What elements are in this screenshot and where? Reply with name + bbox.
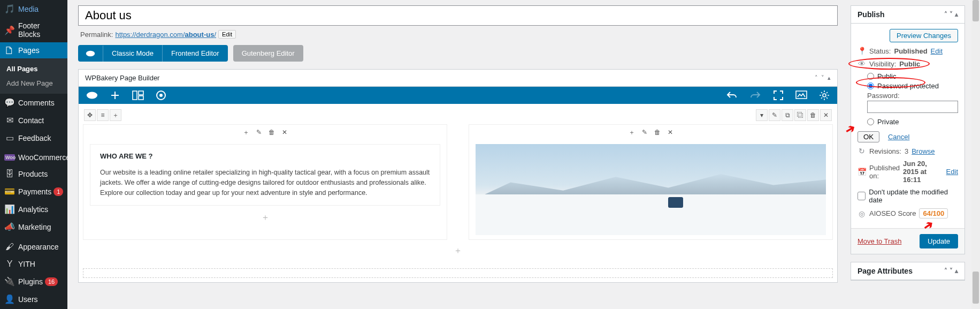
wpbakery-panel: WPBakery Page Builder ˄ ˅ ▴ <box>78 69 838 283</box>
admin-sidebar: 🎵 Media 📌 Footer Blocks Pages All Pages … <box>0 0 67 309</box>
row-add-center-button[interactable]: ＋ <box>83 243 833 259</box>
move-to-trash-link[interactable]: Move to Trash <box>858 237 901 245</box>
row-copy-icon[interactable]: ⧉ <box>782 109 793 121</box>
settings-icon[interactable] <box>819 90 830 101</box>
pin-icon: 📍 <box>858 47 866 55</box>
sidebar-sub-add-new[interactable]: Add New Page <box>0 76 67 91</box>
sidebar-item-label: Marketing <box>18 223 51 231</box>
el-add-icon[interactable]: ＋ <box>626 127 637 138</box>
page-attributes-metabox: Page Attributes ˄ ˅ ▴ <box>851 262 965 281</box>
aioseo-label: AIOSEO Score <box>869 209 916 217</box>
sidebar-item-feedback[interactable]: ▭ Feedback <box>0 129 67 147</box>
payments-icon: 💳 <box>4 186 15 197</box>
panel-toggle-icon[interactable]: ▴ <box>955 267 958 275</box>
revisions-icon: ↻ <box>858 147 866 155</box>
status-edit-link[interactable]: Edit <box>931 47 943 55</box>
visibility-password-radio[interactable] <box>867 82 874 89</box>
published-on-label: Published on: <box>869 164 900 180</box>
preview-icon[interactable] <box>795 91 807 100</box>
add-element-icon[interactable] <box>110 90 120 101</box>
preview-changes-button[interactable]: Preview Changes <box>890 29 958 42</box>
row-trash-icon[interactable]: 🗑 <box>807 109 819 121</box>
panel-toggle-icon[interactable]: ▴ <box>955 11 958 18</box>
sidebar-item-appearance[interactable]: 🖌 Appearance <box>0 238 67 255</box>
row-move-icon[interactable]: ✥ <box>84 109 96 121</box>
el-close-icon[interactable]: ✕ <box>665 127 676 138</box>
el-edit-icon[interactable]: ✎ <box>254 127 264 138</box>
scrollbar[interactable] <box>971 0 980 309</box>
editor-mode-row: Classic Mode Frontend Editor Gutenberg E… <box>78 45 838 62</box>
row-clone-icon[interactable]: ⿻ <box>794 109 806 121</box>
visibility-ok-button[interactable]: OK <box>858 131 879 142</box>
undo-icon[interactable] <box>726 90 738 101</box>
column-add-button[interactable]: ＋ <box>83 209 447 227</box>
sidebar-item-users[interactable]: 👤 Users <box>0 290 67 308</box>
panel-up-icon[interactable]: ˄ <box>815 74 818 81</box>
sidebar-item-contact[interactable]: ✉ Contact <box>0 111 67 129</box>
visibility-private-radio[interactable] <box>867 118 874 125</box>
dont-update-checkbox[interactable] <box>858 192 866 200</box>
sidebar-item-products[interactable]: 🗄 Products <box>0 165 67 183</box>
fullscreen-icon[interactable] <box>773 90 784 101</box>
panel-down-icon[interactable]: ˅ <box>950 11 953 18</box>
visibility-private-label: Private <box>877 118 899 126</box>
envelope-icon: ✉ <box>4 115 15 125</box>
visibility-public-radio[interactable] <box>867 73 874 80</box>
redo-icon[interactable] <box>749 90 761 101</box>
gutenberg-button[interactable]: Gutenberg Editor <box>233 45 303 62</box>
panel-down-icon[interactable]: ˅ <box>821 74 824 81</box>
sidebar-item-plugins[interactable]: 🔌 Plugins 16 <box>0 273 67 290</box>
page-title-input[interactable] <box>78 5 838 26</box>
empty-row-placeholder[interactable] <box>83 268 833 278</box>
permalink-edit-button[interactable]: Edit <box>218 30 236 39</box>
sidebar-item-payments[interactable]: 💳 Payments 1 <box>0 183 67 200</box>
right-sidebar: Publish ˄ ˅ ▴ Preview Changes 📍 Status: … <box>848 0 971 309</box>
permalink-link[interactable]: https://derdragon.com/about-us/ <box>115 31 216 39</box>
row-toggle-icon[interactable]: ▾ <box>756 109 768 121</box>
sidebar-item-media[interactable]: 🎵 Media <box>0 0 67 18</box>
feedback-icon: ▭ <box>4 133 15 143</box>
sidebar-item-yith[interactable]: Y YITH <box>0 255 67 273</box>
el-trash-icon[interactable]: 🗑 <box>652 127 663 138</box>
classic-mode-button[interactable]: Classic Mode Frontend Editor <box>78 45 228 62</box>
row-edit-icon[interactable]: ✎ <box>769 109 780 121</box>
panel-toggle-icon[interactable]: ▴ <box>828 74 831 81</box>
megaphone-icon: 📣 <box>4 222 15 232</box>
sidebar-item-comments[interactable]: 💬 Comments <box>0 94 67 111</box>
gear-icon[interactable] <box>156 90 166 101</box>
row-close-icon[interactable]: ✕ <box>820 109 832 121</box>
panel-up-icon[interactable]: ˄ <box>944 11 947 18</box>
plug-icon: 🔌 <box>4 276 15 287</box>
el-edit-icon[interactable]: ✎ <box>639 127 650 138</box>
wpbakery-logo-icon[interactable] <box>86 91 98 100</box>
pin-icon: 📌 <box>4 25 15 35</box>
image-block[interactable] <box>476 144 826 235</box>
el-trash-icon[interactable]: 🗑 <box>266 127 277 138</box>
templates-icon[interactable] <box>132 91 144 100</box>
published-on-edit-link[interactable]: Edit <box>946 168 958 176</box>
pages-icon <box>4 46 15 55</box>
wpbakery-panel-header: WPBakery Page Builder ˄ ˅ ▴ <box>79 70 837 87</box>
password-input[interactable] <box>867 101 958 113</box>
sidebar-item-analytics[interactable]: 📊 Analytics <box>0 200 67 218</box>
update-button[interactable]: Update <box>920 234 958 248</box>
woo-icon: Woo <box>4 154 15 161</box>
panel-up-icon[interactable]: ˄ <box>944 267 947 275</box>
row-add-icon[interactable]: ＋ <box>110 109 121 121</box>
sidebar-item-pages[interactable]: Pages <box>0 42 67 58</box>
panel-down-icon[interactable]: ˅ <box>950 267 953 275</box>
sidebar-item-marketing[interactable]: 📣 Marketing <box>0 218 67 236</box>
el-add-icon[interactable]: ＋ <box>241 127 251 138</box>
sidebar-sub-all-pages[interactable]: All Pages <box>0 62 67 76</box>
el-close-icon[interactable]: ✕ <box>279 127 290 138</box>
sidebar-item-label: Appearance <box>18 243 59 251</box>
sidebar-item-label: Contact <box>18 116 44 125</box>
svg-rect-2 <box>133 91 137 100</box>
row-columns-icon[interactable]: ≡ <box>97 109 109 121</box>
sidebar-item-footer-blocks[interactable]: 📌 Footer Blocks <box>0 18 67 42</box>
revisions-browse-link[interactable]: Browse <box>912 147 935 155</box>
text-block[interactable]: WHO ARE WE ? Our website is a leading on… <box>90 144 440 206</box>
sidebar-item-woocommerce[interactable]: Woo WooCommerce <box>0 149 67 165</box>
visibility-cancel-link[interactable]: Cancel <box>888 133 909 141</box>
aioseo-score: 64/100 <box>919 208 948 218</box>
